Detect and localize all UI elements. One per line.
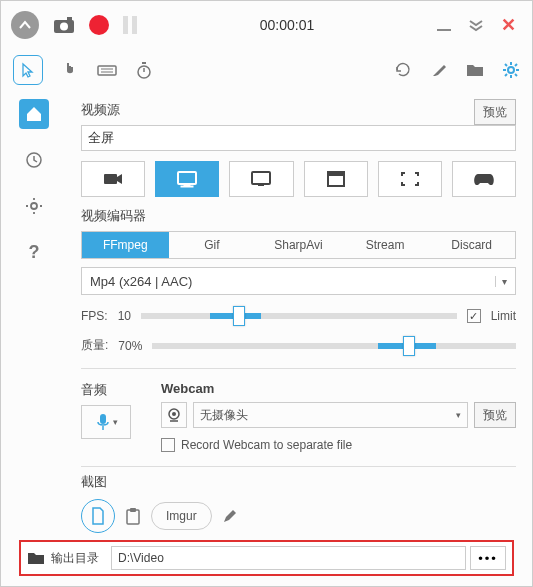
svg-point-19: [31, 203, 37, 209]
svg-line-15: [515, 74, 517, 76]
clipboard-icon[interactable]: [125, 507, 141, 525]
question-icon: ?: [29, 242, 40, 263]
preview-button[interactable]: 预览: [474, 99, 516, 125]
sidebar-home[interactable]: [19, 99, 49, 129]
video-source-label: 视频源: [81, 101, 468, 119]
mic-icon: [95, 412, 111, 432]
minimize-button[interactable]: [437, 29, 451, 31]
svg-rect-3: [98, 66, 116, 75]
cursor-tool[interactable]: [13, 55, 43, 85]
mode-monitor[interactable]: [229, 161, 293, 197]
encoder-tab-sharpavi[interactable]: SharpAvi: [255, 232, 342, 258]
mode-region[interactable]: [378, 161, 442, 197]
expand-down-icon[interactable]: [469, 18, 483, 32]
pause-button[interactable]: [123, 16, 137, 34]
webcam-icon-box: [161, 402, 187, 428]
encoder-tab-ffmpeg[interactable]: FFmpeg: [82, 232, 169, 258]
chevron-up-icon: [19, 20, 31, 30]
encoder-tab-gif[interactable]: Gif: [169, 232, 256, 258]
svg-rect-2: [67, 17, 72, 21]
fps-limit-label: Limit: [491, 309, 516, 323]
keyboard-icon[interactable]: [97, 63, 117, 77]
timer-display: 00:00:01: [137, 17, 437, 33]
svg-line-17: [515, 64, 517, 66]
record-button[interactable]: [89, 15, 109, 35]
collapse-up-button[interactable]: [11, 11, 39, 39]
quality-slider[interactable]: [152, 343, 516, 349]
screenshot-file-button[interactable]: [81, 499, 115, 533]
refresh-icon[interactable]: [394, 61, 412, 79]
mode-window[interactable]: [304, 161, 368, 197]
sidebar-settings[interactable]: [19, 191, 49, 221]
close-button[interactable]: ✕: [501, 14, 516, 36]
svg-rect-29: [258, 184, 264, 186]
screenshot-label: 截图: [81, 473, 516, 491]
svg-rect-24: [104, 174, 117, 184]
fps-value: 10: [118, 309, 131, 323]
webcam-icon: [166, 407, 182, 423]
webcam-label: Webcam: [161, 381, 516, 396]
settings-gear-icon[interactable]: [502, 61, 520, 79]
file-icon: [90, 507, 106, 525]
svg-rect-35: [127, 510, 139, 524]
imgur-button[interactable]: Imgur: [151, 502, 212, 530]
svg-rect-36: [130, 508, 136, 512]
fps-limit-checkbox[interactable]: ✓: [467, 309, 481, 323]
svg-line-16: [505, 74, 507, 76]
quality-value: 70%: [118, 339, 142, 353]
svg-rect-25: [178, 172, 196, 184]
svg-rect-32: [100, 414, 106, 424]
encoder-label: 视频编码器: [81, 207, 516, 225]
fps-label: FPS:: [81, 309, 108, 323]
mode-screen[interactable]: [155, 161, 219, 197]
webcam-separate-checkbox[interactable]: [161, 438, 175, 452]
output-label: 输出目录: [51, 550, 107, 567]
encoder-tab-discard[interactable]: Discard: [428, 232, 515, 258]
chevron-down-icon: ▾: [113, 417, 118, 427]
cursor-icon: [20, 62, 36, 78]
video-source-input[interactable]: [81, 125, 516, 151]
codec-value: Mp4 (x264 | AAC): [90, 274, 192, 289]
encoder-tab-stream[interactable]: Stream: [342, 232, 429, 258]
svg-line-14: [505, 64, 507, 66]
pencil-icon[interactable]: [222, 508, 238, 524]
quality-label: 质量:: [81, 337, 108, 354]
svg-point-9: [508, 67, 514, 73]
click-tool-icon[interactable]: [61, 61, 79, 79]
codec-select[interactable]: Mp4 (x264 | AAC): [81, 267, 516, 295]
webcam-device-select[interactable]: 无摄像头: [193, 402, 468, 428]
home-icon: [25, 105, 43, 123]
svg-rect-27: [181, 186, 193, 187]
sidebar-history[interactable]: [19, 145, 49, 175]
webcam-preview-button[interactable]: 预览: [474, 402, 516, 428]
mode-camera[interactable]: [81, 161, 145, 197]
gear-icon: [25, 197, 43, 215]
svg-rect-31: [328, 172, 344, 176]
output-folder-icon[interactable]: [21, 551, 51, 565]
webcam-separate-label: Record Webcam to separate file: [181, 438, 352, 452]
svg-point-34: [172, 412, 176, 416]
camera-icon[interactable]: [53, 16, 75, 34]
sidebar-help[interactable]: ?: [19, 237, 49, 267]
brush-icon[interactable]: [430, 61, 448, 79]
output-path-input[interactable]: D:\Video: [111, 546, 466, 570]
audio-mic-toggle[interactable]: ▾: [81, 405, 131, 439]
svg-rect-8: [142, 62, 146, 64]
svg-rect-28: [252, 172, 270, 184]
output-browse-button[interactable]: •••: [470, 546, 506, 570]
folder-icon[interactable]: [466, 62, 484, 78]
svg-point-1: [60, 23, 68, 31]
stopwatch-icon[interactable]: [135, 61, 153, 79]
mode-game[interactable]: [452, 161, 516, 197]
audio-label: 音频: [81, 381, 137, 399]
history-icon: [25, 151, 43, 169]
fps-slider[interactable]: [141, 313, 457, 319]
